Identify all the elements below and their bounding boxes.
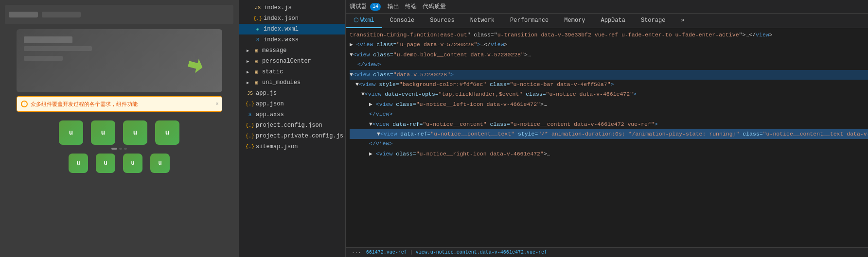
chevron-right-icon: ▶	[247, 80, 251, 86]
tab-more[interactable]: »	[673, 14, 692, 28]
app-preview: ! 众多组件覆盖开发过程的各个需求，组件功能 × u u u u u u u u	[0, 0, 238, 257]
devtools-main: transition-timing-function:ease-out" cla…	[346, 28, 868, 257]
folder-icon: ▣	[253, 69, 260, 75]
wxss-icon: S	[247, 111, 253, 118]
tab-appdata[interactable]: AppData	[593, 14, 633, 28]
file-tree-folder[interactable]: ▶ ▣ message	[239, 45, 345, 56]
folder-name: message	[262, 47, 286, 54]
dom-line: ▼<view data-ref="u-notice__content" clas…	[350, 120, 868, 129]
tab-sources[interactable]: Sources	[422, 14, 462, 28]
devtools-menus: 输出 终端 代码质量	[388, 2, 446, 11]
dom-line: ▼<view data-event-opts="tap,clickHandler…	[350, 89, 868, 99]
dom-line-highlighted: ▼<view data-ref="u-notice__content__text…	[350, 129, 868, 139]
file-tree-item[interactable]: JS app.js	[239, 88, 345, 99]
file-tree-folder[interactable]: ▶ ▣ personalCenter	[239, 56, 345, 67]
ellipsis-button[interactable]: ···	[350, 250, 363, 256]
icon-item: u	[123, 120, 147, 145]
wxss-icon: S	[254, 36, 261, 43]
json-icon: {.}	[254, 15, 261, 22]
icon-item: u	[96, 154, 115, 173]
js-icon: JS	[254, 4, 261, 11]
file-tree-item[interactable]: {.} project.private.config.js...	[239, 131, 345, 141]
file-name: project.config.json	[256, 122, 322, 129]
file-name: project.private.config.js...	[256, 133, 345, 139]
folder-name: uni_modules	[262, 79, 301, 86]
icon-grid-row-2: u u u u	[69, 154, 170, 173]
chevron-right-icon: ▶	[247, 59, 251, 64]
json-icon: {.}	[247, 143, 253, 150]
separator: |	[410, 250, 413, 255]
dom-line: ▶ <view class="u-page data-v-57280228">……	[350, 40, 868, 50]
icon-item: u	[150, 154, 170, 173]
tab-performance[interactable]: Performance	[502, 14, 556, 28]
wxml-icon: ◈	[254, 26, 261, 33]
dom-line: ▼<view style="background-color:#fdf6ec" …	[350, 80, 868, 89]
link-view-notice[interactable]: view.u-notice_content.data-v-4661e472.vu…	[416, 250, 547, 255]
file-tree-item[interactable]: {.} sitemap.json	[239, 141, 345, 152]
file-tree-item[interactable]: S app.wxss	[239, 109, 345, 120]
file-tree-folder[interactable]: ▶ ▣ uni_modules	[239, 77, 345, 88]
js-icon: JS	[247, 90, 253, 97]
dom-line: transition-timing-function:ease-out" cla…	[350, 30, 868, 40]
preview-banner	[17, 29, 222, 92]
preview-topbar	[5, 5, 233, 24]
file-name: index.js	[264, 4, 292, 11]
devtools-badge: 14	[370, 3, 381, 11]
file-name: app.json	[256, 101, 284, 107]
tab-wxml[interactable]: ⬡ Wxml	[346, 14, 382, 28]
file-name: index.wxml	[264, 26, 299, 33]
icon-item: u	[59, 120, 83, 145]
devtools-panel: 调试器 14 输出 终端 代码质量 ▲ ⬡ Wxml Console Sourc…	[345, 0, 868, 257]
folder-icon: ▣	[253, 79, 260, 86]
folder-icon: ▣	[253, 58, 260, 65]
icon-item: u	[91, 120, 115, 145]
file-tree-item[interactable]: JS index.js	[239, 2, 345, 13]
dom-line: ▼<view class="u-demo-block__content data…	[350, 50, 868, 60]
notice-bar: ! 众多组件覆盖开发过程的各个需求，组件功能 ×	[17, 96, 222, 112]
dom-line: </view>	[350, 109, 868, 119]
chevron-right-icon: ▶	[247, 48, 251, 53]
dom-line: ▶ <view class="u-notice__right-icon data…	[350, 149, 868, 159]
menu-terminal[interactable]: 终端	[405, 2, 417, 11]
dom-line: </view>	[350, 60, 868, 69]
tab-storage[interactable]: Storage	[633, 14, 673, 28]
chevron-right-icon: ▶	[247, 69, 251, 75]
file-name: sitemap.json	[256, 143, 298, 150]
folder-name: personalCenter	[262, 58, 311, 65]
menu-codequality[interactable]: 代码质量	[423, 2, 446, 11]
devtools-tabs: ⬡ Wxml Console Sources Network Performan…	[346, 14, 868, 28]
file-tree-item[interactable]: S index.wxss	[239, 34, 345, 45]
notice-close[interactable]: ×	[215, 102, 218, 107]
json-icon: {.}	[247, 101, 253, 107]
json-icon: {.}	[247, 122, 253, 129]
tab-network[interactable]: Network	[462, 14, 502, 28]
dom-line: ▶ <view class="u-notice__left-icon data-…	[350, 100, 868, 109]
file-tree-item[interactable]: {.} index.json	[239, 13, 345, 24]
file-name: app.js	[256, 90, 277, 97]
file-tree-item-active[interactable]: ◈ index.wxml	[239, 24, 345, 34]
devtools-title: 调试器	[350, 2, 367, 11]
file-name: app.wxss	[256, 111, 284, 118]
link-661[interactable]: 661472.vue-ref	[366, 250, 407, 255]
icon-grid-row-1: u u u u	[59, 120, 179, 145]
folder-icon: ▣	[253, 47, 260, 54]
menu-output[interactable]: 输出	[388, 2, 399, 11]
file-tree-folder[interactable]: ▶ ▣ static	[239, 67, 345, 77]
notice-icon: !	[21, 101, 28, 107]
tab-label-indicator: ⬡	[354, 17, 358, 24]
file-tree-item[interactable]: {.} project.config.json	[239, 120, 345, 131]
dom-content: transition-timing-function:ease-out" cla…	[346, 28, 868, 247]
notice-text: 众多组件覆盖开发过程的各个需求，组件功能	[31, 101, 138, 108]
file-name: index.wxss	[264, 36, 299, 43]
tab-console[interactable]: Console	[382, 14, 422, 28]
dom-line: </view>	[350, 139, 868, 149]
icon-item: u	[123, 154, 142, 173]
tab-memory[interactable]: Memory	[556, 14, 593, 28]
dom-bottom-info: ··· 661472.vue-ref | view.u-notice_conte…	[346, 247, 868, 257]
icon-item: u	[155, 120, 179, 145]
file-tree-item[interactable]: {.} app.json	[239, 99, 345, 109]
file-tree: JS index.js {.} index.json ◈ index.wxml …	[238, 0, 345, 257]
devtools-topbar: 调试器 14 输出 终端 代码质量 ▲	[346, 0, 868, 14]
icon-item: u	[69, 154, 88, 173]
dom-line-selected: ▼<view class="data-v-57280228">	[350, 70, 868, 80]
